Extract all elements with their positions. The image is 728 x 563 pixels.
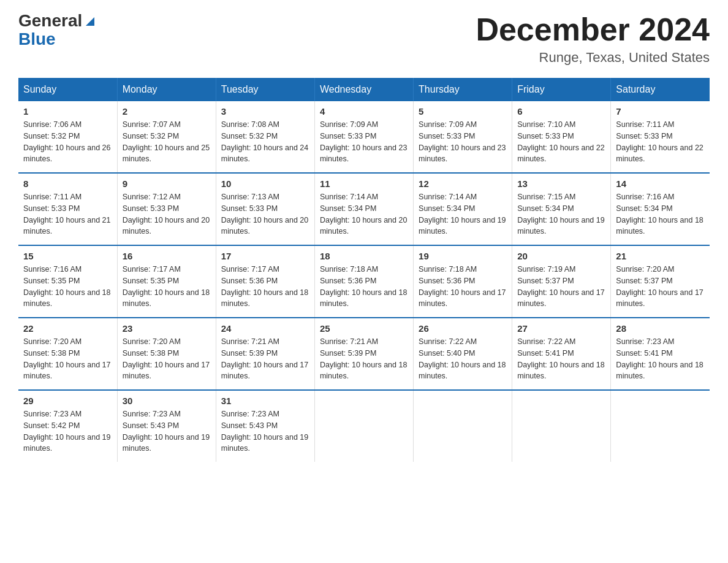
header-tuesday: Tuesday	[216, 78, 314, 101]
day-number: 16	[123, 251, 211, 261]
day-number: 18	[320, 251, 408, 261]
day-cell: 23 Sunrise: 7:20 AM Sunset: 5:38 PM Dayl…	[117, 318, 216, 390]
day-number: 10	[221, 178, 309, 189]
day-info: Sunrise: 7:08 AM Sunset: 5:32 PM Dayligh…	[221, 119, 309, 165]
day-number: 27	[517, 323, 605, 334]
day-cell	[512, 390, 611, 462]
header-thursday: Thursday	[414, 78, 512, 101]
day-info: Sunrise: 7:23 AM Sunset: 5:43 PM Dayligh…	[221, 408, 309, 454]
day-info: Sunrise: 7:07 AM Sunset: 5:32 PM Dayligh…	[123, 119, 211, 165]
day-info: Sunrise: 7:14 AM Sunset: 5:34 PM Dayligh…	[320, 191, 408, 237]
day-info: Sunrise: 7:23 AM Sunset: 5:43 PM Dayligh…	[123, 408, 211, 454]
logo-triangle-icon	[83, 15, 97, 28]
day-cell: 25 Sunrise: 7:21 AM Sunset: 5:39 PM Dayl…	[314, 318, 413, 390]
day-info: Sunrise: 7:06 AM Sunset: 5:32 PM Dayligh…	[23, 119, 112, 165]
header-saturday: Saturday	[611, 78, 710, 101]
day-cell: 21 Sunrise: 7:20 AM Sunset: 5:37 PM Dayl…	[611, 245, 710, 318]
day-cell: 26 Sunrise: 7:22 AM Sunset: 5:40 PM Dayl…	[414, 318, 512, 390]
day-info: Sunrise: 7:22 AM Sunset: 5:41 PM Dayligh…	[517, 336, 605, 382]
location: Runge, Texas, United States	[476, 50, 710, 66]
day-info: Sunrise: 7:21 AM Sunset: 5:39 PM Dayligh…	[221, 336, 309, 382]
day-number: 31	[221, 396, 309, 406]
day-number: 29	[23, 396, 112, 406]
day-info: Sunrise: 7:21 AM Sunset: 5:39 PM Dayligh…	[320, 336, 408, 382]
month-title: December 2024	[476, 12, 710, 47]
day-number: 25	[320, 323, 408, 334]
page-header: General Blue December 2024 Runge, Texas,…	[18, 12, 710, 66]
day-number: 13	[517, 178, 605, 189]
day-cell: 15 Sunrise: 7:16 AM Sunset: 5:35 PM Dayl…	[18, 245, 117, 318]
day-info: Sunrise: 7:16 AM Sunset: 5:34 PM Dayligh…	[616, 191, 705, 237]
calendar-table: Sunday Monday Tuesday Wednesday Thursday…	[18, 78, 710, 462]
week-row-5: 29 Sunrise: 7:23 AM Sunset: 5:42 PM Dayl…	[18, 390, 710, 462]
day-number: 15	[23, 251, 112, 261]
day-info: Sunrise: 7:23 AM Sunset: 5:42 PM Dayligh…	[23, 408, 112, 454]
day-info: Sunrise: 7:23 AM Sunset: 5:41 PM Dayligh…	[616, 336, 705, 382]
logo: General Blue	[18, 12, 97, 49]
svg-marker-0	[86, 17, 94, 26]
logo-blue: Blue	[18, 29, 56, 49]
day-cell: 16 Sunrise: 7:17 AM Sunset: 5:35 PM Dayl…	[117, 245, 216, 318]
day-info: Sunrise: 7:19 AM Sunset: 5:37 PM Dayligh…	[517, 264, 605, 310]
header-friday: Friday	[512, 78, 611, 101]
day-cell: 20 Sunrise: 7:19 AM Sunset: 5:37 PM Dayl…	[512, 245, 611, 318]
day-number: 4	[320, 106, 408, 117]
day-cell: 28 Sunrise: 7:23 AM Sunset: 5:41 PM Dayl…	[611, 318, 710, 390]
day-number: 7	[616, 106, 705, 117]
day-info: Sunrise: 7:17 AM Sunset: 5:36 PM Dayligh…	[221, 264, 309, 310]
day-info: Sunrise: 7:18 AM Sunset: 5:36 PM Dayligh…	[419, 264, 507, 310]
day-info: Sunrise: 7:09 AM Sunset: 5:33 PM Dayligh…	[320, 119, 408, 165]
day-number: 28	[616, 323, 705, 334]
day-info: Sunrise: 7:11 AM Sunset: 5:33 PM Dayligh…	[23, 191, 112, 237]
header-wednesday: Wednesday	[314, 78, 413, 101]
header-sunday: Sunday	[18, 78, 117, 101]
day-cell: 13 Sunrise: 7:15 AM Sunset: 5:34 PM Dayl…	[512, 173, 611, 245]
day-info: Sunrise: 7:20 AM Sunset: 5:37 PM Dayligh…	[616, 264, 705, 310]
day-number: 22	[23, 323, 112, 334]
day-info: Sunrise: 7:14 AM Sunset: 5:34 PM Dayligh…	[419, 191, 507, 237]
day-info: Sunrise: 7:15 AM Sunset: 5:34 PM Dayligh…	[517, 191, 605, 237]
day-cell	[414, 390, 512, 462]
day-info: Sunrise: 7:09 AM Sunset: 5:33 PM Dayligh…	[419, 119, 507, 165]
day-number: 17	[221, 251, 309, 261]
day-cell: 9 Sunrise: 7:12 AM Sunset: 5:33 PM Dayli…	[117, 173, 216, 245]
day-number: 23	[123, 323, 211, 334]
day-cell: 6 Sunrise: 7:10 AM Sunset: 5:33 PM Dayli…	[512, 101, 611, 173]
day-cell	[611, 390, 710, 462]
day-number: 9	[123, 178, 211, 189]
week-row-2: 8 Sunrise: 7:11 AM Sunset: 5:33 PM Dayli…	[18, 173, 710, 245]
day-cell: 4 Sunrise: 7:09 AM Sunset: 5:33 PM Dayli…	[314, 101, 413, 173]
day-info: Sunrise: 7:11 AM Sunset: 5:33 PM Dayligh…	[616, 119, 705, 165]
calendar-body: 1 Sunrise: 7:06 AM Sunset: 5:32 PM Dayli…	[18, 101, 710, 462]
logo-general: General	[18, 12, 82, 29]
day-number: 19	[419, 251, 507, 261]
day-number: 20	[517, 251, 605, 261]
day-info: Sunrise: 7:16 AM Sunset: 5:35 PM Dayligh…	[23, 264, 112, 310]
day-cell: 19 Sunrise: 7:18 AM Sunset: 5:36 PM Dayl…	[414, 245, 512, 318]
day-number: 1	[23, 106, 112, 117]
day-cell	[314, 390, 413, 462]
day-number: 2	[123, 106, 211, 117]
day-cell: 8 Sunrise: 7:11 AM Sunset: 5:33 PM Dayli…	[18, 173, 117, 245]
day-cell: 3 Sunrise: 7:08 AM Sunset: 5:32 PM Dayli…	[216, 101, 314, 173]
day-cell: 27 Sunrise: 7:22 AM Sunset: 5:41 PM Dayl…	[512, 318, 611, 390]
title-section: December 2024 Runge, Texas, United State…	[476, 12, 710, 66]
day-cell: 14 Sunrise: 7:16 AM Sunset: 5:34 PM Dayl…	[611, 173, 710, 245]
header-monday: Monday	[117, 78, 216, 101]
day-cell: 2 Sunrise: 7:07 AM Sunset: 5:32 PM Dayli…	[117, 101, 216, 173]
day-info: Sunrise: 7:20 AM Sunset: 5:38 PM Dayligh…	[123, 336, 211, 382]
day-number: 30	[123, 396, 211, 406]
header-row: Sunday Monday Tuesday Wednesday Thursday…	[18, 78, 710, 101]
calendar-header: Sunday Monday Tuesday Wednesday Thursday…	[18, 78, 710, 101]
day-cell: 18 Sunrise: 7:18 AM Sunset: 5:36 PM Dayl…	[314, 245, 413, 318]
day-cell: 29 Sunrise: 7:23 AM Sunset: 5:42 PM Dayl…	[18, 390, 117, 462]
day-number: 12	[419, 178, 507, 189]
day-info: Sunrise: 7:12 AM Sunset: 5:33 PM Dayligh…	[123, 191, 211, 237]
day-cell: 7 Sunrise: 7:11 AM Sunset: 5:33 PM Dayli…	[611, 101, 710, 173]
day-cell: 22 Sunrise: 7:20 AM Sunset: 5:38 PM Dayl…	[18, 318, 117, 390]
day-cell: 30 Sunrise: 7:23 AM Sunset: 5:43 PM Dayl…	[117, 390, 216, 462]
day-cell: 31 Sunrise: 7:23 AM Sunset: 5:43 PM Dayl…	[216, 390, 314, 462]
day-number: 21	[616, 251, 705, 261]
week-row-4: 22 Sunrise: 7:20 AM Sunset: 5:38 PM Dayl…	[18, 318, 710, 390]
day-cell: 17 Sunrise: 7:17 AM Sunset: 5:36 PM Dayl…	[216, 245, 314, 318]
